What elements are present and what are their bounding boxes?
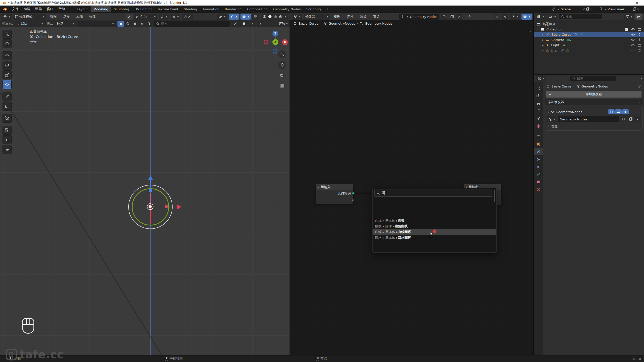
breadcrumb-modifier[interactable]: GeometryNodes (329, 22, 355, 25)
tab-render[interactable] (534, 92, 543, 100)
collapse-icon[interactable]: ▾ (318, 186, 319, 189)
breadcrumb-object[interactable]: BézierCurve (299, 22, 318, 25)
mode-toggle-invert[interactable] (139, 21, 145, 27)
close-button[interactable]: × (632, 0, 642, 6)
duplicate-tree-button[interactable] (449, 14, 455, 20)
tab-sculpting[interactable]: Sculpting (111, 6, 132, 12)
add-modifier-menu-row[interactable]: 添加修改器 ▾ (545, 99, 642, 105)
extra-dropdown-1[interactable]: ▾ (249, 21, 255, 27)
exclude-checkbox[interactable]: ✓ (625, 28, 628, 31)
tool-cursor[interactable] (3, 39, 12, 48)
properties-search-field[interactable]: 搜索 (570, 76, 616, 81)
chevron-down-icon[interactable]: ▾ (641, 77, 642, 80)
sidebar-collapse-arrow[interactable]: ‹ (286, 43, 287, 47)
modifier-extras-dropdown[interactable]: ▾ (631, 111, 632, 113)
menu-help[interactable]: 帮助 (56, 7, 67, 11)
tab-texture[interactable] (534, 186, 543, 193)
light-row[interactable]: ▸ Light (534, 42, 644, 48)
breadcrumb-object[interactable]: BézierCurve (551, 84, 571, 88)
viewport-menu-view[interactable]: 视图 (48, 14, 59, 19)
search-result-1[interactable]: 曲线 ▸ 基本体 ▸ 圆弧 (375, 218, 404, 223)
hide-eye-icon[interactable] (631, 28, 635, 31)
drag-handle-icon[interactable]: ⠿ (638, 110, 641, 114)
unlink-scene-icon[interactable]: × (590, 7, 593, 11)
render-camera-icon[interactable] (638, 28, 641, 31)
tab-rendering[interactable]: Rendering (222, 6, 244, 12)
tool-scale[interactable] (3, 70, 12, 79)
expand-icon[interactable]: ▸ (542, 38, 544, 41)
coord-system-dropdown[interactable]: 默认 ▾ (15, 21, 45, 27)
modifier-name[interactable]: GeometryNodes (556, 110, 582, 114)
scene-collection-row[interactable]: 场景集合 (534, 21, 644, 27)
new-viewlayer-icon[interactable] (633, 8, 635, 11)
ne-menu-node[interactable]: 节点 (371, 14, 382, 19)
tab-uv-editing[interactable]: UV Editing (132, 6, 154, 12)
ne-menu-add[interactable]: 添加 (357, 14, 369, 19)
node-group-name-field[interactable]: Geometry Nodes (558, 116, 619, 122)
gizmo-z-square-handle[interactable] (149, 189, 152, 192)
snap-toggle-group[interactable]: ▾ (170, 14, 180, 20)
search-result-3-highlighted[interactable]: 曲线 ▸ 基本体 ▸ 曲线圆环 (375, 229, 411, 235)
select-mode-dropdown[interactable]: 框选 ▾ (55, 21, 76, 27)
tab-modeling[interactable]: Modeling (91, 6, 111, 12)
viewport-menu-object[interactable]: 物体 (87, 14, 98, 19)
breadcrumb-tree[interactable]: Geometry Nodes (365, 22, 392, 25)
falloff-dropdown[interactable] (232, 21, 239, 27)
axis-z-neg-ball[interactable] (273, 49, 277, 54)
render-camera-icon[interactable] (638, 33, 641, 36)
bookmark-button[interactable] (241, 21, 247, 27)
mode-toggle-intersect[interactable] (146, 21, 152, 27)
tool-measure[interactable] (3, 102, 12, 111)
tab-object[interactable] (534, 140, 543, 148)
active-tool-button[interactable] (126, 14, 133, 20)
tab-scripting[interactable]: Scripting (303, 6, 324, 12)
tab-material[interactable] (534, 178, 543, 186)
tab-collection[interactable] (534, 133, 543, 140)
collection-row[interactable]: ▾ Collection ✓ (534, 27, 644, 32)
tool-tweak-move[interactable] (3, 135, 12, 144)
tool-transform[interactable] (3, 80, 12, 89)
new-scene-icon[interactable] (586, 8, 589, 11)
tool-interactive-cursor[interactable] (3, 145, 12, 154)
search-result-2[interactable]: 曲线 ▸ 操作 ▸ 圆角曲线 (375, 223, 408, 229)
shading-solid-icon[interactable] (268, 15, 272, 19)
tab-tool[interactable] (534, 84, 543, 92)
tab-compositing[interactable]: Compositing (244, 6, 270, 12)
auto-offset-toggle[interactable] (502, 14, 508, 20)
ne-sidebar-collapse-arrow[interactable]: ‹ (530, 30, 531, 33)
node-editor-canvas[interactable]: BézierCurve › GeometryNodes › Geometry N… (290, 20, 533, 355)
hide-eye-icon[interactable] (631, 38, 635, 41)
pivot-point-dropdown[interactable]: ▾ (159, 14, 169, 20)
unlink-tree-button[interactable]: × (456, 14, 462, 20)
ne-mode-dropdown[interactable]: 修改器 ▾ (304, 14, 330, 20)
restore-button[interactable] (620, 0, 630, 6)
node-tree-selector[interactable]: ▾ Geometry Nodes (399, 14, 439, 20)
gizmos-toggle[interactable]: ▾ (229, 14, 239, 20)
overlays-toggle[interactable]: ▾ (240, 14, 251, 20)
expand-icon[interactable]: ▸ (542, 33, 544, 36)
toggle-edit-mode[interactable] (608, 109, 615, 114)
snapping-group[interactable]: ▾ (510, 14, 520, 20)
tab-layout[interactable]: Layout (74, 6, 91, 12)
outliner-type-button[interactable]: ▾ (535, 14, 546, 20)
tab-object-data[interactable] (534, 170, 543, 178)
group-input-node[interactable]: ▾ 组输入 几何数据 (316, 184, 353, 204)
ne-menu-select[interactable]: 选择 (344, 14, 356, 19)
collapse-icon[interactable]: ▾ (548, 111, 549, 113)
hidden-eye-icon[interactable] (631, 49, 635, 52)
geometry-output-socket[interactable] (352, 192, 354, 195)
hide-eye-icon[interactable] (631, 43, 635, 47)
properties-type-button[interactable]: ▾ (536, 75, 546, 81)
tool-select-box[interactable] (3, 30, 12, 39)
tab-particles[interactable] (534, 155, 543, 163)
editor-type-button[interactable]: ▾ (2, 14, 12, 20)
new-collection-button[interactable] (635, 14, 642, 20)
unlink-group-button[interactable]: × (634, 116, 641, 122)
gizmo-x-square-handle[interactable] (165, 205, 168, 208)
expand-icon[interactable]: ▸ (542, 49, 544, 52)
toggle-render[interactable] (622, 109, 629, 114)
options-dropdown[interactable]: 选项 ▾ (279, 21, 288, 26)
proportional-edit-group[interactable] (182, 14, 193, 20)
tab-geometry-nodes[interactable]: Geometry Nodes (270, 6, 304, 12)
ne-menu-view[interactable]: 视图 (331, 14, 343, 19)
